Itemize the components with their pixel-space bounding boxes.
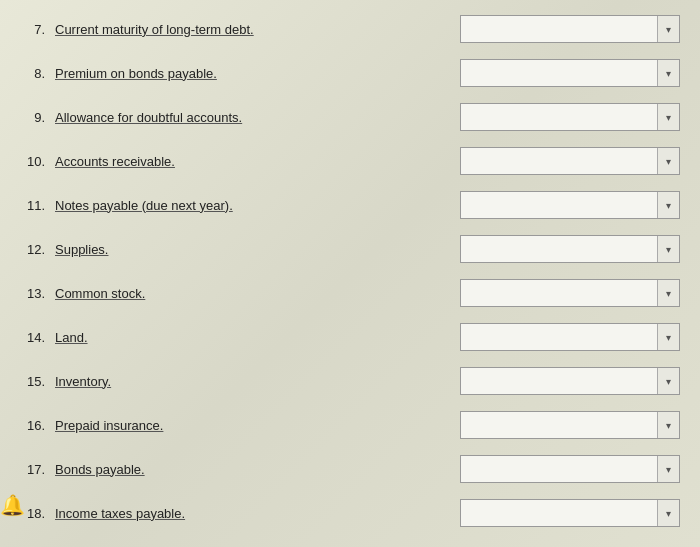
chevron-down-icon[interactable]: ▾: [657, 500, 679, 526]
bell-icon: 🔔: [0, 493, 25, 517]
table-row: 8.Premium on bonds payable.▾: [20, 54, 680, 92]
chevron-down-icon[interactable]: ▾: [657, 280, 679, 306]
chevron-down-icon[interactable]: ▾: [657, 104, 679, 130]
row-label: Income taxes payable.: [55, 506, 460, 521]
dropdown-input[interactable]: [461, 16, 657, 42]
row-label: Land.: [55, 330, 460, 345]
row-label: Bonds payable.: [55, 462, 460, 477]
chevron-down-icon[interactable]: ▾: [657, 192, 679, 218]
dropdown-input[interactable]: [461, 324, 657, 350]
dropdown-wrapper[interactable]: ▾: [460, 235, 680, 263]
dropdown-input[interactable]: [461, 412, 657, 438]
table-row: 17.Bonds payable.▾: [20, 450, 680, 488]
row-label: Prepaid insurance.: [55, 418, 460, 433]
row-number: 17.: [20, 462, 55, 477]
dropdown-input[interactable]: [461, 456, 657, 482]
chevron-down-icon[interactable]: ▾: [657, 368, 679, 394]
dropdown-wrapper[interactable]: ▾: [460, 279, 680, 307]
dropdown-input[interactable]: [461, 500, 657, 526]
row-number: 9.: [20, 110, 55, 125]
dropdown-wrapper[interactable]: ▾: [460, 103, 680, 131]
chevron-down-icon[interactable]: ▾: [657, 16, 679, 42]
dropdown-wrapper[interactable]: ▾: [460, 499, 680, 527]
chevron-down-icon[interactable]: ▾: [657, 324, 679, 350]
row-number: 12.: [20, 242, 55, 257]
table-row: 7.Current maturity of long-term debt.▾: [20, 10, 680, 48]
dropdown-wrapper[interactable]: ▾: [460, 367, 680, 395]
row-number: 13.: [20, 286, 55, 301]
dropdown-input[interactable]: [461, 368, 657, 394]
table-row: 11.Notes payable (due next year).▾: [20, 186, 680, 224]
row-number: 11.: [20, 198, 55, 213]
chevron-down-icon[interactable]: ▾: [657, 456, 679, 482]
chevron-down-icon[interactable]: ▾: [657, 148, 679, 174]
row-label: Supplies.: [55, 242, 460, 257]
chevron-down-icon[interactable]: ▾: [657, 236, 679, 262]
row-label: Common stock.: [55, 286, 460, 301]
dropdown-wrapper[interactable]: ▾: [460, 15, 680, 43]
row-number: 18.: [20, 506, 55, 521]
row-number: 8.: [20, 66, 55, 81]
row-number: 14.: [20, 330, 55, 345]
dropdown-input[interactable]: [461, 236, 657, 262]
main-container: 7.Current maturity of long-term debt.▾8.…: [0, 0, 700, 547]
row-label: Accounts receivable.: [55, 154, 460, 169]
table-row: 10.Accounts receivable.▾: [20, 142, 680, 180]
dropdown-input[interactable]: [461, 280, 657, 306]
row-number: 7.: [20, 22, 55, 37]
row-label: Inventory.: [55, 374, 460, 389]
dropdown-wrapper[interactable]: ▾: [460, 147, 680, 175]
row-number: 15.: [20, 374, 55, 389]
row-label: Premium on bonds payable.: [55, 66, 460, 81]
row-label: Notes payable (due next year).: [55, 198, 460, 213]
dropdown-input[interactable]: [461, 60, 657, 86]
table-row: 16.Prepaid insurance.▾: [20, 406, 680, 444]
table-row: 15.Inventory.▾: [20, 362, 680, 400]
dropdown-input[interactable]: [461, 148, 657, 174]
row-label: Current maturity of long-term debt.: [55, 22, 460, 37]
dropdown-input[interactable]: [461, 192, 657, 218]
chevron-down-icon[interactable]: ▾: [657, 412, 679, 438]
dropdown-wrapper[interactable]: ▾: [460, 411, 680, 439]
row-number: 10.: [20, 154, 55, 169]
dropdown-wrapper[interactable]: ▾: [460, 59, 680, 87]
table-row: 12.Supplies.▾: [20, 230, 680, 268]
dropdown-wrapper[interactable]: ▾: [460, 323, 680, 351]
row-number: 16.: [20, 418, 55, 433]
dropdown-wrapper[interactable]: ▾: [460, 455, 680, 483]
chevron-down-icon[interactable]: ▾: [657, 60, 679, 86]
row-label: Allowance for doubtful accounts.: [55, 110, 460, 125]
dropdown-wrapper[interactable]: ▾: [460, 191, 680, 219]
table-row: 18.Income taxes payable.▾: [20, 494, 680, 532]
dropdown-input[interactable]: [461, 104, 657, 130]
table-row: 9.Allowance for doubtful accounts.▾: [20, 98, 680, 136]
table-row: 14.Land.▾: [20, 318, 680, 356]
table-row: 13.Common stock.▾: [20, 274, 680, 312]
